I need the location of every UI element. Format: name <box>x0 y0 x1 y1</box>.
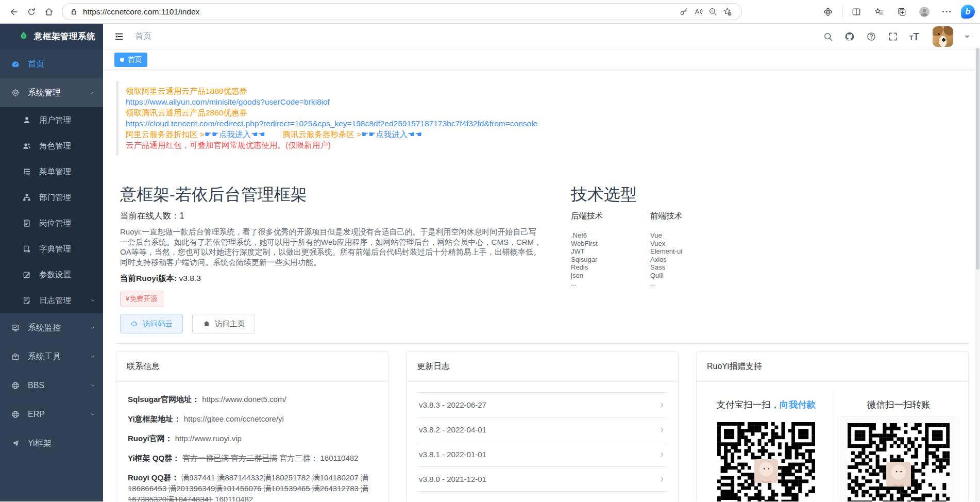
scrollbar[interactable] <box>975 47 980 501</box>
tencent-deal-link[interactable]: ☛☛点我进入☚☚ <box>361 130 422 139</box>
search-icon[interactable] <box>823 31 833 42</box>
sidebar-item-label: 部门管理 <box>39 192 71 203</box>
sidebar-item-menus[interactable]: 菜单管理 <box>0 159 103 185</box>
post-icon <box>22 219 31 228</box>
url-bar[interactable]: https://ccnetcore.com:1101/index <box>62 3 742 20</box>
breadcrumb[interactable]: 首页 <box>135 31 151 42</box>
tencent-link[interactable]: https://cloud.tencent.com/redirect.php?r… <box>126 118 969 129</box>
help-icon[interactable] <box>866 31 876 42</box>
intro-section: 意框架-若依后台管理框架 当前在线人数：1 Ruoyi:一直想做一款后台管理系统… <box>120 184 543 333</box>
sidebar-item-users[interactable]: 用户管理 <box>0 107 103 133</box>
tencent-deal-label: 腾讯云服务器秒杀区 > <box>282 130 361 139</box>
changelog-item[interactable]: v3.7.0 - 2021-09-13 <box>418 492 667 501</box>
sidebar-item-label: 系统工具 <box>28 352 61 362</box>
password-key-icon[interactable] <box>677 5 691 19</box>
notice-board: 领取阿里云通用云产品1888优惠券 https://www.aliyun.com… <box>116 81 969 155</box>
sidebar-item-params[interactable]: 参数设置 <box>0 262 103 288</box>
sidebar-item-label: 首页 <box>28 59 44 70</box>
toolbox-icon <box>11 352 20 361</box>
collections-icon[interactable] <box>893 3 910 21</box>
zoom-out-icon[interactable] <box>705 5 720 19</box>
copilot-bing-icon[interactable]: b <box>961 5 975 19</box>
sidebar-item-roles[interactable]: 角色管理 <box>0 133 103 159</box>
browser-menu-icon[interactable]: ··· <box>938 3 956 21</box>
tag-home[interactable]: 首页 <box>114 53 147 67</box>
version-line: 当前Ruoyi版本: v3.8.3 <box>120 273 543 284</box>
sidebar-menu: 首页 系统管理 用户管理 角色管理 <box>0 49 103 501</box>
changelog-item[interactable]: v3.8.3 - 2022-06-27 <box>418 393 667 417</box>
add-favorite-icon[interactable] <box>720 5 734 19</box>
changelog-item[interactable]: v3.8.0 - 2021-12-01 <box>418 467 667 492</box>
free-opensource-badge: ¥免费开源 <box>120 291 163 307</box>
sidebar-item-erp[interactable]: ERP <box>0 400 103 429</box>
log-icon <box>22 296 31 305</box>
monitor-icon <box>11 323 20 332</box>
alipay-column: 支付宝扫一扫，向我付款 <box>700 389 833 501</box>
edit-icon <box>22 270 31 279</box>
sidebar-item-yi-framework[interactable]: Yi框架 <box>0 429 103 458</box>
gear-icon <box>11 88 20 97</box>
donate-divider <box>833 391 833 501</box>
sidebar-item-tools[interactable]: 系统工具 <box>0 342 103 371</box>
extensions-icon[interactable] <box>819 3 837 21</box>
sidebar-item-monitor[interactable]: 系统监控 <box>0 313 103 342</box>
browser-back-button[interactable] <box>5 3 23 21</box>
wechat-column: 微信扫一扫转账 <box>833 389 966 501</box>
visit-gitee-button[interactable]: 访问码云 <box>120 314 183 333</box>
url-text[interactable]: https://ccnetcore.com:1101/index <box>83 7 677 16</box>
frontend-tech: 前端技术 Vue Vuex Element-ui Axios Sass Quil… <box>650 205 682 288</box>
sidebar-item-label: 角色管理 <box>39 141 71 152</box>
backend-tech-title: 后端技术 <box>571 211 603 222</box>
sidebar-item-home[interactable]: 首页 <box>0 49 103 78</box>
tags-view: 首页 <box>103 49 980 70</box>
donate-card-title: RuoYi捐赠支持 <box>697 352 968 382</box>
contact-card-title: 联系信息 <box>116 352 388 382</box>
alipay-scan-label: 支付宝扫一扫， <box>717 399 780 410</box>
sidebar-fold-icon[interactable] <box>113 31 125 42</box>
changelog-item[interactable]: v3.8.1 - 2022-01-01 <box>418 442 667 467</box>
leaf-logo-icon <box>19 30 29 43</box>
sidebar-item-label: ERP <box>28 410 45 419</box>
page-title: 意框架-若依后台管理框架 <box>120 184 543 205</box>
favorites-icon[interactable] <box>870 3 888 21</box>
split-screen-icon[interactable] <box>848 3 865 21</box>
chevron-down-icon <box>90 354 96 360</box>
alipay-qr-code <box>717 422 815 501</box>
peoples-icon <box>22 141 31 150</box>
sidebar-item-label: 字典管理 <box>39 244 71 255</box>
browser-home-button[interactable] <box>40 3 58 21</box>
chevron-right-icon <box>658 476 666 483</box>
browser-profile-icon[interactable] <box>916 3 933 21</box>
dictionary-icon <box>22 244 31 254</box>
github-icon[interactable] <box>844 31 855 42</box>
sidebar-item-label: BBS <box>28 381 44 390</box>
font-size-icon[interactable]: TT <box>909 31 919 41</box>
sidebar-item-posts[interactable]: 岗位管理 <box>0 210 103 236</box>
chevron-up-icon <box>90 90 96 96</box>
notice-aliyun-coupon: 领取阿里云通用云产品1888优惠券 <box>126 86 969 96</box>
sidebar-item-logs[interactable]: 日志管理 <box>0 288 103 313</box>
sidebar-item-departments[interactable]: 部门管理 <box>0 185 103 210</box>
aliyun-deal-link[interactable]: ☛☛点我进入☚☚ <box>205 130 265 139</box>
user-avatar[interactable] <box>933 26 953 47</box>
changelog-item[interactable]: v3.8.2 - 2022-04-01 <box>418 417 667 442</box>
active-tag-dot <box>120 58 124 62</box>
browser-refresh-button[interactable] <box>23 3 40 21</box>
sidebar-item-system[interactable]: 系统管理 <box>0 78 103 107</box>
fullscreen-icon[interactable] <box>888 31 898 42</box>
home-icon <box>202 320 211 328</box>
sidebar: 意框架管理系统 首页 系统管理 用户管理 <box>0 24 103 501</box>
globe-icon <box>11 381 20 390</box>
caret-down-icon[interactable] <box>965 36 970 41</box>
aliyun-link[interactable]: https://www.aliyun.com/minisite/goods?us… <box>126 96 969 107</box>
sidebar-item-label: 岗位管理 <box>39 218 71 229</box>
visit-homepage-button[interactable]: 访问主页 <box>192 314 255 333</box>
globe-icon <box>11 410 20 419</box>
sidebar-item-label: 用户管理 <box>39 115 71 126</box>
sidebar-item-dicts[interactable]: 字典管理 <box>0 236 103 262</box>
alipay-pay-link[interactable]: 向我付款 <box>780 399 816 410</box>
scrollbar-thumb[interactable] <box>976 48 979 270</box>
wechat-scan-label: 微信扫一扫转账 <box>867 399 931 410</box>
read-aloud-icon[interactable] <box>691 5 705 19</box>
sidebar-item-bbs[interactable]: BBS <box>0 371 103 400</box>
